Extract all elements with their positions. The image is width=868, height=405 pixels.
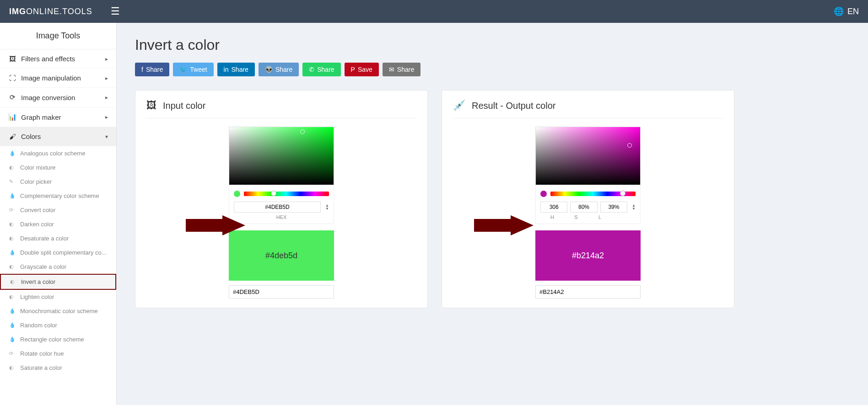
- nav-filters-effects[interactable]: 🖼Filters and effects ▸: [0, 49, 116, 69]
- input-color-card: 🖼 Input color: [135, 90, 428, 308]
- saturation-cursor[interactable]: [627, 143, 632, 148]
- saturation-input[interactable]: [570, 202, 597, 213]
- nav-colors[interactable]: 🖌Colors ▾: [0, 127, 116, 146]
- refresh-icon: ⟳: [9, 351, 16, 357]
- share-reddit[interactable]: 👽Share: [259, 63, 299, 76]
- adjust-icon: ◐: [9, 294, 16, 300]
- chevron-right-icon: ▸: [105, 75, 108, 81]
- sub-darken[interactable]: ◐Darken color: [0, 217, 116, 231]
- refresh-icon: ⟳: [8, 93, 16, 101]
- share-twitter[interactable]: 🐦Tweet: [173, 63, 213, 76]
- image-icon: 🖼: [146, 100, 156, 112]
- format-spinner[interactable]: ▲▼: [323, 204, 329, 210]
- input-hex-display[interactable]: [229, 285, 334, 298]
- brush-icon: 🖌: [8, 133, 16, 140]
- adjust-icon: ◐: [9, 221, 16, 227]
- refresh-icon: ⟳: [9, 207, 16, 213]
- sub-desaturate[interactable]: ◐Desaturate a color: [0, 231, 116, 245]
- chevron-right-icon: ▸: [105, 56, 108, 62]
- logo[interactable]: IMGONLINE.TOOLS: [9, 7, 92, 16]
- whatsapp-icon: ✆: [309, 66, 314, 73]
- output-color-card: 💉 Result - Output color: [442, 90, 734, 308]
- sub-rotate-hue[interactable]: ⟳Rotate color hue: [0, 346, 116, 361]
- color-preview-dot: [540, 191, 547, 197]
- hue-thumb[interactable]: [620, 191, 625, 196]
- format-spinner[interactable]: ▲▼: [630, 204, 636, 210]
- email-icon: ✉: [389, 66, 394, 73]
- hue-thumb[interactable]: [271, 191, 276, 196]
- adjust-icon: ◐: [9, 264, 16, 270]
- page-title: Invert a color: [135, 37, 850, 53]
- share-pinterest[interactable]: PSave: [345, 63, 379, 76]
- eyedropper-icon: 💉: [453, 100, 465, 112]
- input-swatch: #4deb5d: [229, 230, 334, 281]
- adjust-icon: ◐: [9, 235, 16, 241]
- hex-label: HEX: [276, 214, 287, 220]
- share-linkedin[interactable]: inShare: [217, 63, 255, 76]
- globe-icon: 🌐: [834, 6, 844, 16]
- main-content: Invert a color fShare 🐦Tweet inShare 👽Sh…: [117, 23, 868, 405]
- share-row: fShare 🐦Tweet inShare 👽Share ✆Share PSav…: [135, 63, 850, 76]
- hue-slider[interactable]: [550, 192, 636, 196]
- input-card-title: Input color: [163, 101, 205, 111]
- adjust-icon: ◐: [9, 365, 16, 371]
- chevron-right-icon: ▸: [105, 114, 108, 120]
- nav-graph-maker[interactable]: 📊Graph maker ▸: [0, 107, 116, 127]
- top-bar: IMGONLINE.TOOLS ☰ 🌐 EN: [0, 0, 868, 23]
- sidebar-title: Image Tools: [0, 23, 116, 49]
- share-whatsapp[interactable]: ✆Share: [302, 63, 340, 76]
- drop-icon: 💧: [9, 308, 16, 314]
- sub-monochromatic[interactable]: 💧Monochromatic color scheme: [0, 304, 116, 318]
- l-label: L: [588, 214, 612, 220]
- sub-complementary[interactable]: 💧Complementary color scheme: [0, 189, 116, 203]
- image-icon: 🖼: [8, 55, 16, 63]
- h-label: H: [540, 214, 564, 220]
- drop-icon: 💧: [9, 250, 16, 256]
- drop-icon: 💧: [9, 193, 16, 199]
- nav-image-conversion[interactable]: ⟳Image conversion ▸: [0, 88, 116, 107]
- output-card-title: Result - Output color: [472, 101, 555, 111]
- sub-analogous[interactable]: 💧Analogous color scheme: [0, 146, 116, 160]
- sub-invert[interactable]: ◐Invert a color: [0, 274, 116, 290]
- menu-icon[interactable]: ☰: [111, 5, 120, 17]
- output-swatch: #b214a2: [535, 230, 641, 281]
- hue-slider[interactable]: [244, 192, 329, 196]
- eyedropper-icon: ✎: [9, 179, 16, 185]
- hue-input[interactable]: [540, 202, 567, 213]
- saturation-cursor[interactable]: [300, 129, 305, 134]
- facebook-icon: f: [141, 66, 143, 73]
- sub-grayscale[interactable]: ◐Grayscale a color: [0, 260, 116, 274]
- adjust-icon: ◐: [10, 279, 16, 285]
- reddit-icon: 👽: [265, 66, 273, 73]
- sub-double-split[interactable]: 💧Double split complementary co...: [0, 245, 116, 260]
- sub-random[interactable]: 💧Random color: [0, 318, 116, 332]
- hex-input[interactable]: [234, 202, 321, 213]
- share-facebook[interactable]: fShare: [135, 63, 169, 76]
- language-selector[interactable]: 🌐 EN: [834, 6, 859, 16]
- sub-convert[interactable]: ⟳Convert color: [0, 203, 116, 217]
- saturation-area[interactable]: [535, 127, 641, 185]
- twitter-icon: 🐦: [179, 66, 187, 73]
- sub-saturate[interactable]: ◐Saturate a color: [0, 361, 116, 375]
- language-label: EN: [847, 7, 859, 16]
- pinterest-icon: P: [351, 66, 355, 73]
- adjust-icon: ◐: [9, 165, 16, 171]
- color-preview-dot: [234, 191, 240, 197]
- chevron-down-icon: ▾: [105, 133, 108, 140]
- sidebar: Image Tools 🖼Filters and effects ▸ ⛶Imag…: [0, 23, 117, 405]
- sub-mixture[interactable]: ◐Color mixture: [0, 160, 116, 175]
- chevron-right-icon: ▸: [105, 94, 108, 101]
- saturation-area[interactable]: [229, 127, 334, 185]
- chart-icon: 📊: [8, 113, 16, 121]
- lightness-input[interactable]: [600, 202, 627, 213]
- sub-picker[interactable]: ✎Color picker: [0, 175, 116, 189]
- drop-icon: 💧: [9, 150, 16, 156]
- sub-lighten[interactable]: ◐Lighten color: [0, 290, 116, 304]
- share-email[interactable]: ✉Share: [383, 63, 421, 76]
- linkedin-icon: in: [224, 66, 229, 73]
- nav-image-manipulation[interactable]: ⛶Image manipulation ▸: [0, 69, 116, 88]
- output-hex-display[interactable]: [535, 285, 641, 298]
- crop-icon: ⛶: [8, 74, 16, 82]
- sub-rectangle[interactable]: 💧Rectangle color scheme: [0, 332, 116, 346]
- s-label: S: [564, 214, 588, 220]
